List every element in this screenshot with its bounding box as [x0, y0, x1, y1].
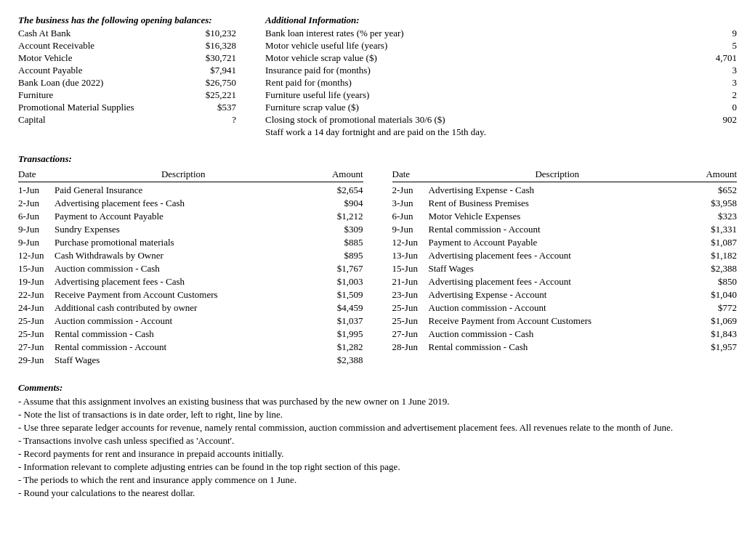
td-date: 29-Jun [18, 354, 54, 366]
add-value: 9 [701, 28, 737, 39]
td-date: 12-Jun [18, 250, 54, 261]
add-value: 0 [701, 102, 737, 113]
additional-row: Furniture useful life (years)2 [265, 89, 737, 101]
comment-line: - Assume that this assignment involves a… [18, 396, 737, 407]
comment-line: - Note the list of transactions is in da… [18, 409, 737, 421]
trans-row: 24-JunAdditional cash contributed by own… [18, 302, 363, 314]
additional-row: Insurance paid for (months)3 [265, 65, 737, 76]
th-date-right: Date [392, 169, 429, 180]
balance-label: Promotional Material Supplies [18, 102, 134, 113]
td-desc: Rental commission - Account [54, 341, 312, 353]
balance-row: Account Payable$7,941 [18, 65, 236, 76]
td-amount: $1,087 [686, 237, 737, 248]
additional-row: Bank loan interest rates (% per year)9 [265, 28, 737, 39]
td-desc: Auction commission - Account [429, 302, 687, 314]
additional-row: Motor vehicle scrap value ($)4,701 [265, 52, 737, 64]
th-desc-right: Description [429, 169, 687, 180]
balance-label: Furniture [18, 89, 53, 101]
td-desc: Paid General Insurance [54, 184, 312, 196]
td-amount: $3,958 [686, 198, 737, 209]
add-label: Furniture useful life (years) [265, 89, 701, 101]
td-date: 15-Jun [392, 263, 429, 275]
trans-row: 27-JunAuction commission - Cash$1,843 [392, 328, 738, 340]
td-amount: $1,282 [312, 341, 363, 353]
th-desc-left: Description [54, 169, 312, 180]
comment-line: - Record payments for rent and insurance… [18, 448, 737, 460]
td-desc: Rent of Business Premises [429, 198, 687, 209]
balance-value: $30,721 [185, 52, 236, 64]
transactions-section: Transactions: Date Description Amount 1-… [18, 153, 737, 368]
transactions-grid: Date Description Amount 1-JunPaid Genera… [18, 169, 737, 368]
trans-row: 2-JunAdvertising placement fees - Cash$9… [18, 198, 363, 209]
td-date: 1-Jun [18, 184, 54, 196]
td-date: 9-Jun [18, 237, 54, 248]
td-desc: Payment to Account Payable [54, 211, 312, 222]
trans-header-right: Date Description Amount [392, 169, 738, 182]
td-date: 2-Jun [18, 198, 54, 209]
td-desc: Advertising placement fees - Cash [54, 276, 312, 288]
trans-row: 3-JunRent of Business Premises$3,958 [392, 198, 738, 209]
trans-row: 21-JunAdvertising placement fees - Accou… [392, 276, 738, 288]
td-date: 25-Jun [392, 302, 429, 314]
balance-value: $25,221 [185, 89, 236, 101]
td-date: 25-Jun [18, 315, 54, 327]
td-amount: $850 [686, 276, 737, 288]
td-amount: $1,182 [686, 250, 737, 261]
balance-row: Motor Vehicle$30,721 [18, 52, 236, 64]
add-value: 4,701 [701, 52, 737, 64]
td-date: 28-Jun [392, 341, 429, 353]
td-desc: Rental commission - Account [429, 224, 687, 235]
td-desc: Motor Vehicle Expenses [429, 211, 687, 222]
td-desc: Receive Payment from Account Customers [429, 315, 687, 327]
td-date: 3-Jun [392, 198, 429, 209]
balance-row: Capital? [18, 114, 236, 126]
td-amount: $309 [312, 224, 363, 235]
td-desc: Receive Payment from Account Customers [54, 289, 312, 301]
td-desc: Advertising placement fees - Account [429, 250, 687, 261]
trans-row: 25-JunRental commission - Cash$1,995 [18, 328, 363, 340]
td-desc: Staff Wages [429, 263, 687, 275]
td-desc: Advertising placement fees - Cash [54, 198, 312, 209]
td-desc: Advertising placement fees - Account [429, 276, 687, 288]
td-amount: $1,995 [312, 328, 363, 340]
td-date: 21-Jun [392, 276, 429, 288]
td-amount: $1,040 [686, 289, 737, 301]
td-amount: $895 [312, 250, 363, 261]
td-date: 13-Jun [392, 250, 429, 261]
td-amount: $2,654 [312, 184, 363, 196]
trans-row: 12-JunCash Withdrawals by Owner$895 [18, 250, 363, 261]
trans-row: 2-JunAdvertising Expense - Cash$652 [392, 184, 738, 196]
balance-label: Motor Vehicle [18, 52, 73, 64]
trans-row: 12-JunPayment to Account Payable$1,087 [392, 237, 738, 248]
balance-value: $26,750 [185, 77, 236, 89]
trans-row: 29-JunStaff Wages$2,388 [18, 354, 363, 366]
td-amount: $1,212 [312, 211, 363, 222]
add-label: Bank loan interest rates (% per year) [265, 28, 701, 39]
additional-title: Additional Information: [265, 15, 737, 26]
td-date: 27-Jun [392, 328, 429, 340]
td-date: 12-Jun [392, 237, 429, 248]
trans-row: 1-JunPaid General Insurance$2,654 [18, 184, 363, 196]
trans-row: 25-JunAuction commission - Account$1,037 [18, 315, 363, 327]
balance-row: Bank Loan (due 2022)$26,750 [18, 77, 236, 89]
add-label: Motor vehicle useful life (years) [265, 40, 701, 52]
td-amount: $1,957 [686, 341, 737, 353]
td-desc: Cash Withdrawals by Owner [54, 250, 312, 261]
td-date: 24-Jun [18, 302, 54, 314]
th-amount-right: Amount [686, 169, 737, 180]
add-label: Staff work a 14 day fortnight and are pa… [265, 126, 737, 138]
trans-row: 23-JunAdvertising Expense - Account$1,04… [392, 289, 738, 301]
top-section: The business has the following opening b… [18, 15, 737, 139]
td-date: 25-Jun [392, 315, 429, 327]
trans-row: 9-JunRental commission - Account$1,331 [392, 224, 738, 235]
td-amount: $323 [686, 211, 737, 222]
balance-label: Bank Loan (due 2022) [18, 77, 103, 89]
transactions-right: Date Description Amount 2-JunAdvertising… [392, 169, 738, 368]
add-value: 3 [701, 77, 737, 89]
td-date: 19-Jun [18, 276, 54, 288]
td-amount: $4,459 [312, 302, 363, 314]
td-amount: $2,388 [686, 263, 737, 275]
trans-row: 15-JunAuction commission - Cash$1,767 [18, 263, 363, 275]
opening-balances: The business has the following opening b… [18, 15, 236, 139]
additional-row: Closing stock of promotional materials 3… [265, 114, 737, 126]
